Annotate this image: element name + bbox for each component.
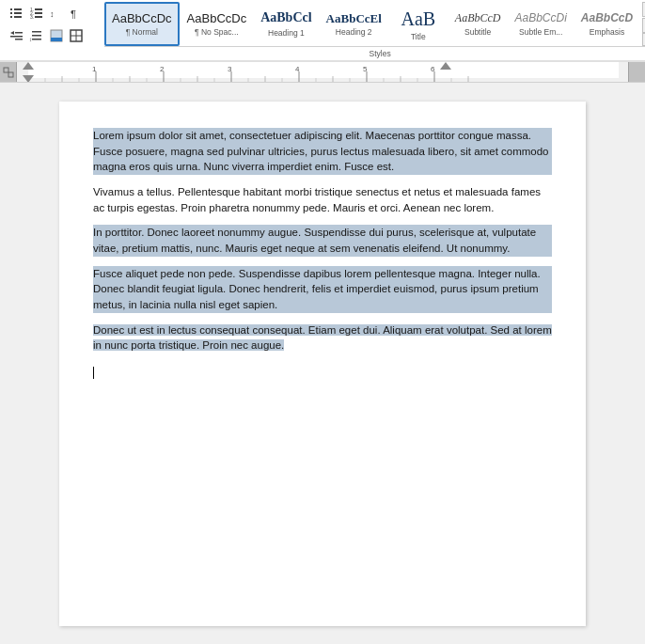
svg-rect-7 [35, 8, 42, 10]
svg-text:3: 3 [228, 65, 232, 73]
svg-rect-28 [8, 72, 13, 77]
style-emphasis-label: Emphasis [590, 27, 624, 37]
svg-rect-0 [10, 8, 12, 10]
style-heading2-preview: AaBbCcEl [326, 11, 382, 26]
svg-rect-15 [15, 32, 23, 34]
style-heading1-label: Heading 1 [268, 28, 305, 38]
style-emphasis-preview: AaBbCcD [581, 11, 633, 24]
style-title[interactable]: AaB Title [389, 2, 448, 46]
paragraph-2: Vivamus a tellus. Pellentesque habitant … [93, 184, 552, 215]
styles-gallery: AaBbCcDc ¶ Normal AaBbCcDc ¶ No Spac... … [104, 2, 645, 46]
paragraph-1: Lorem ipsum dolor sit amet, consectetuer… [93, 128, 552, 175]
svg-rect-27 [4, 68, 8, 72]
style-subtitle[interactable]: AaBbCcD Subtitle [448, 2, 508, 46]
svg-text:↕: ↕ [29, 37, 32, 42]
style-nospace[interactable]: AaBbCcDc ¶ No Spac... [181, 2, 254, 46]
style-nospace-label: ¶ No Spac... [195, 27, 239, 37]
svg-rect-18 [32, 31, 41, 33]
svg-rect-1 [14, 8, 22, 10]
svg-text:3.: 3. [30, 14, 34, 20]
svg-text:5: 5 [363, 65, 368, 73]
style-subtitle-label: Subtitle [464, 27, 491, 37]
paragraph-group: 1.2.3. ↕ ¶ ↕ [4, 2, 89, 58]
style-heading1[interactable]: AaBbCcl Heading 1 [254, 2, 318, 46]
style-normal[interactable]: AaBbCcDc ¶ Normal [104, 2, 180, 46]
paragraph-5: Donec ut est in lectus consequat consequ… [93, 322, 552, 353]
svg-rect-19 [32, 35, 41, 37]
svg-rect-3 [14, 12, 22, 14]
ruler-left-end [0, 62, 17, 82]
svg-marker-63 [23, 75, 34, 82]
style-normal-label: ¶ Normal [126, 27, 158, 37]
paragraph-3: In porttitor. Donec laoreet nonummy augu… [93, 225, 552, 256]
list-bullets-icon[interactable] [8, 4, 26, 23]
text-cursor [93, 367, 94, 379]
svg-marker-64 [440, 62, 451, 70]
svg-marker-62 [23, 62, 34, 70]
style-nospace-preview: AaBbCcDc [187, 11, 247, 26]
indent-decrease-icon[interactable] [8, 26, 26, 45]
style-title-label: Title [411, 32, 426, 41]
svg-rect-16 [10, 36, 23, 38]
ruler-track: 1 2 3 4 5 6 [17, 62, 628, 82]
style-subtle-label: Subtle Em... [519, 27, 562, 37]
line-spacing-icon[interactable]: ↕ [27, 26, 46, 45]
svg-rect-23 [51, 38, 62, 41]
style-heading1-preview: AaBbCcl [260, 10, 311, 26]
ruler-ticks-svg: 1 2 3 4 5 6 [17, 62, 628, 82]
borders-icon[interactable] [67, 26, 86, 45]
svg-rect-17 [15, 39, 23, 40]
pilcrow-icon[interactable]: ¶ [67, 4, 86, 23]
document-area: Lorem ipsum dolor sit amet, consectetuer… [0, 83, 645, 644]
svg-rect-20 [32, 39, 41, 40]
styles-section: AaBbCcDc ¶ Normal AaBbCcDc ¶ No Spac... … [104, 2, 645, 58]
svg-rect-2 [10, 12, 12, 14]
svg-text:2: 2 [160, 65, 165, 73]
svg-text:4: 4 [295, 65, 300, 73]
svg-text:¶: ¶ [71, 8, 76, 20]
shading-icon[interactable] [47, 26, 66, 45]
svg-text:6: 6 [431, 65, 435, 73]
style-emphasis[interactable]: AaBbCcD Emphasis [574, 2, 639, 46]
list-numbered-icon[interactable]: 1.2.3. [27, 4, 46, 23]
style-subtle-preview: AaBbCcDi [515, 11, 567, 24]
ruler: 1 2 3 4 5 6 [0, 62, 645, 83]
svg-text:↕: ↕ [50, 9, 55, 19]
svg-rect-9 [35, 12, 42, 14]
document-page[interactable]: Lorem ipsum dolor sit amet, consectetuer… [59, 102, 586, 626]
sort-icon[interactable]: ↕ [47, 4, 66, 23]
svg-rect-4 [10, 16, 12, 18]
ruler-right-end [628, 62, 645, 82]
style-subtitle-preview: AaBbCcD [455, 11, 501, 24]
cursor-line-area [93, 363, 552, 376]
svg-marker-14 [10, 31, 14, 35]
style-heading2-label: Heading 2 [336, 27, 372, 37]
svg-rect-5 [14, 16, 22, 18]
style-heading2[interactable]: AaBbCcEl Heading 2 [320, 2, 388, 46]
svg-rect-11 [35, 16, 42, 18]
style-title-preview: AaB [401, 8, 436, 30]
style-subtle-emphasis[interactable]: AaBbCcDi Subtle Em... [509, 2, 574, 46]
paragraph-5-selected-text: Donec ut est in lectus consequat consequ… [93, 324, 552, 352]
styles-group-label: Styles [104, 46, 645, 58]
svg-text:1: 1 [92, 65, 97, 73]
style-normal-preview: AaBbCcDc [112, 11, 172, 26]
paragraph-4: Fusce aliquet pede non pede. Suspendisse… [93, 266, 552, 313]
